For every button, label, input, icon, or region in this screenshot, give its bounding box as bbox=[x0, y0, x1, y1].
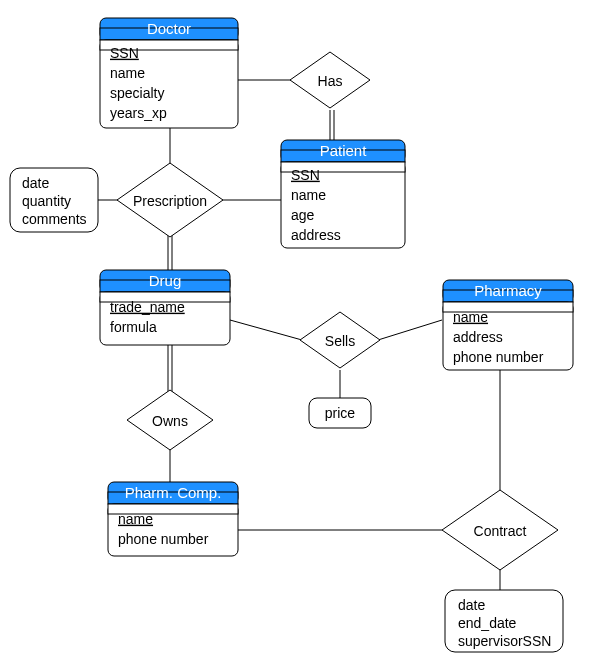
entity-pharmcomp: Pharm. Comp. name phone number bbox=[108, 482, 238, 556]
entity-pharmcomp-attr-phone: phone number bbox=[118, 531, 209, 547]
entity-doctor-attr-yearsxp: years_xp bbox=[110, 105, 167, 121]
rel-attr-prescription-date: date bbox=[22, 175, 49, 191]
entity-drug-attr-tradename: trade_name bbox=[110, 299, 185, 315]
er-diagram: Doctor SSN name specialty years_xp Patie… bbox=[0, 0, 609, 659]
entity-doctor: Doctor SSN name specialty years_xp bbox=[100, 18, 238, 128]
entity-doctor-title: Doctor bbox=[147, 20, 191, 37]
entity-drug: Drug trade_name formula bbox=[100, 270, 230, 345]
entity-doctor-attr-ssn: SSN bbox=[110, 45, 139, 61]
relationship-prescription-label: Prescription bbox=[133, 193, 207, 209]
entity-drug-title: Drug bbox=[149, 272, 182, 289]
entity-pharmacy-title: Pharmacy bbox=[474, 282, 542, 299]
rel-attr-contract-supervisor: supervisorSSN bbox=[458, 633, 551, 649]
entity-pharmacy-attr-address: address bbox=[453, 329, 503, 345]
entity-drug-attr-formula: formula bbox=[110, 319, 157, 335]
entity-doctor-attr-name: name bbox=[110, 65, 145, 81]
entity-pharmcomp-title: Pharm. Comp. bbox=[125, 484, 222, 501]
rel-attrs-sells: price bbox=[309, 398, 371, 428]
entity-doctor-attr-specialty: specialty bbox=[110, 85, 164, 101]
edge-drug-sells bbox=[230, 320, 302, 340]
relationship-sells-label: Sells bbox=[325, 333, 355, 349]
relationship-owns-label: Owns bbox=[152, 413, 188, 429]
entity-patient-attr-age: age bbox=[291, 207, 315, 223]
rel-attrs-contract: date end_date supervisorSSN bbox=[445, 590, 563, 652]
entity-patient-attr-address: address bbox=[291, 227, 341, 243]
edge-sells-pharmacy bbox=[378, 320, 442, 340]
entity-pharmacy-attr-phone: phone number bbox=[453, 349, 544, 365]
relationship-contract-label: Contract bbox=[474, 523, 527, 539]
relationship-owns: Owns bbox=[127, 390, 213, 450]
rel-attr-prescription-quantity: quantity bbox=[22, 193, 71, 209]
entity-patient-title: Patient bbox=[320, 142, 368, 159]
entity-patient: Patient SSN name age address bbox=[281, 140, 405, 248]
entity-pharmcomp-attr-name: name bbox=[118, 511, 153, 527]
relationship-has-label: Has bbox=[318, 73, 343, 89]
rel-attr-contract-date: date bbox=[458, 597, 485, 613]
rel-attr-prescription-comments: comments bbox=[22, 211, 87, 227]
entity-patient-attr-ssn: SSN bbox=[291, 167, 320, 183]
rel-attr-sells-price: price bbox=[325, 405, 356, 421]
relationship-sells: Sells bbox=[300, 312, 380, 368]
relationship-contract: Contract bbox=[442, 490, 558, 570]
relationship-has: Has bbox=[290, 52, 370, 108]
rel-attr-contract-enddate: end_date bbox=[458, 615, 517, 631]
relationship-prescription: Prescription bbox=[117, 163, 223, 237]
rel-attrs-prescription: date quantity comments bbox=[10, 168, 98, 232]
entity-patient-attr-name: name bbox=[291, 187, 326, 203]
entity-pharmacy: Pharmacy name address phone number bbox=[443, 280, 573, 370]
entity-pharmacy-attr-name: name bbox=[453, 309, 488, 325]
